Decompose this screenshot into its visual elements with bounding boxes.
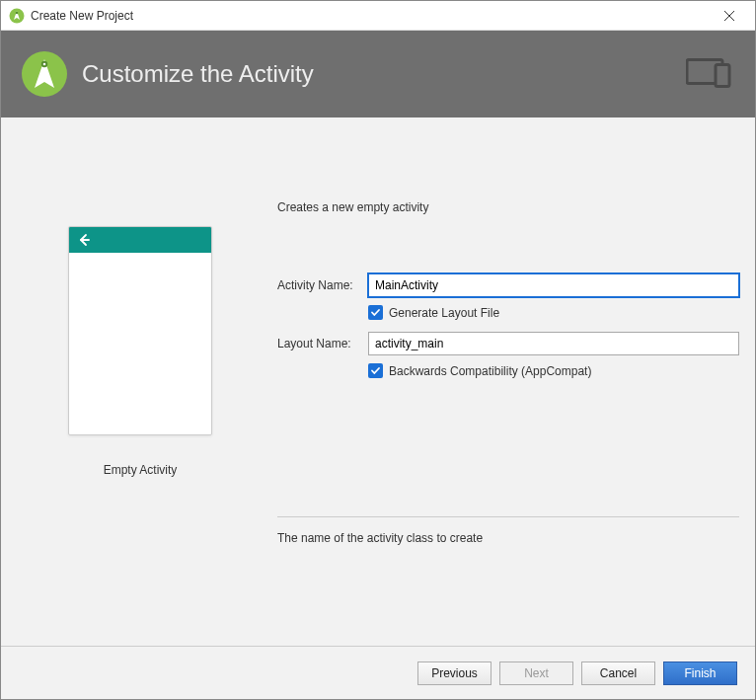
check-icon bbox=[370, 365, 381, 376]
form-intro-text: Creates a new empty activity bbox=[277, 200, 739, 214]
activity-name-label: Activity Name: bbox=[277, 278, 368, 292]
svg-point-6 bbox=[43, 63, 46, 66]
layout-name-row: Layout Name: bbox=[277, 332, 739, 355]
back-arrow-icon bbox=[77, 233, 91, 247]
generate-layout-row: Generate Layout File bbox=[368, 305, 739, 320]
close-icon bbox=[724, 11, 734, 21]
backcompat-row: Backwards Compatibility (AppCompat) bbox=[368, 363, 739, 378]
android-studio-logo-icon bbox=[21, 50, 68, 98]
banner-heading: Customize the Activity bbox=[82, 60, 314, 88]
backcompat-checkbox[interactable] bbox=[368, 363, 383, 378]
activity-name-row: Activity Name: bbox=[277, 273, 739, 297]
wizard-footer: Previous Next Cancel Finish bbox=[1, 646, 755, 699]
window-title: Create New Project bbox=[31, 9, 710, 23]
activity-name-input[interactable] bbox=[368, 273, 739, 297]
previous-button[interactable]: Previous bbox=[417, 661, 491, 685]
check-icon bbox=[370, 307, 381, 318]
phone-appbar bbox=[69, 227, 211, 253]
svg-point-1 bbox=[16, 11, 18, 13]
layout-name-input[interactable] bbox=[368, 332, 739, 355]
cancel-button[interactable]: Cancel bbox=[581, 661, 655, 685]
finish-button[interactable]: Finish bbox=[663, 661, 737, 685]
wizard-content: Empty Activity Creates a new empty activ… bbox=[1, 117, 755, 646]
template-name-label: Empty Activity bbox=[66, 463, 214, 477]
template-preview: Empty Activity bbox=[66, 226, 214, 477]
backcompat-label: Backwards Compatibility (AppCompat) bbox=[389, 364, 591, 378]
generate-layout-label: Generate Layout File bbox=[389, 306, 499, 320]
form-pane: Creates a new empty activity Activity Na… bbox=[277, 200, 739, 545]
svg-rect-8 bbox=[716, 65, 729, 87]
wizard-banner: Customize the Activity bbox=[1, 31, 755, 117]
help-text: The name of the activity class to create bbox=[277, 517, 739, 545]
android-studio-icon bbox=[9, 8, 25, 24]
layout-name-label: Layout Name: bbox=[277, 337, 368, 350]
phone-mockup bbox=[68, 226, 212, 435]
next-button[interactable]: Next bbox=[499, 661, 573, 685]
close-button[interactable] bbox=[710, 2, 749, 30]
device-preview-icon bbox=[686, 57, 731, 92]
titlebar: Create New Project bbox=[1, 1, 755, 31]
generate-layout-checkbox[interactable] bbox=[368, 305, 383, 320]
